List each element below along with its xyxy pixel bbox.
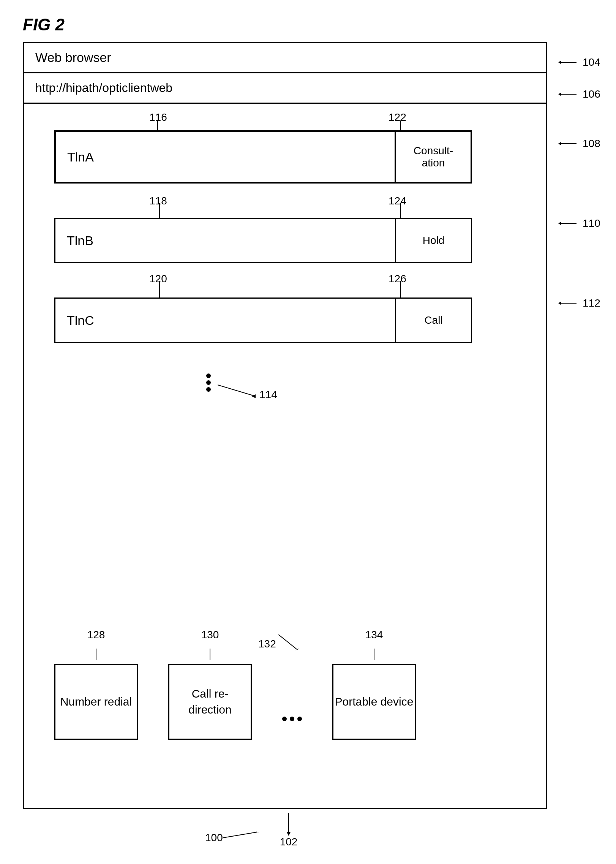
tlnb-main: TlnB	[54, 218, 396, 263]
arrow-112	[558, 297, 580, 309]
arrow-110	[558, 218, 580, 229]
ref-110-area: 110	[558, 217, 600, 229]
ref-120: 120	[149, 273, 167, 285]
tlna-label: TlnA	[67, 150, 94, 165]
ref-132: 132	[258, 638, 276, 650]
arrow-102	[273, 813, 304, 836]
tlnb-block: TlnB Hold	[54, 218, 472, 263]
dots-horizontal	[282, 682, 302, 721]
ref-112-area: 112	[558, 297, 600, 309]
ref-104: 104	[583, 56, 600, 68]
svg-marker-19	[558, 222, 561, 225]
ref-134: 134	[365, 629, 383, 641]
number-redial-label: Number redial	[60, 694, 132, 710]
arrow-104	[558, 57, 580, 68]
call-redirection-label: Call re- direction	[188, 686, 231, 718]
ref-124: 124	[389, 195, 406, 207]
tlnc-label: TlnC	[67, 313, 94, 328]
portable-device-box: Portable device	[332, 664, 416, 740]
svg-marker-21	[558, 301, 561, 305]
tlnc-block: TlnC Call	[54, 297, 472, 343]
ref-126: 126	[389, 273, 406, 285]
ref-110: 110	[583, 217, 600, 229]
line-130	[209, 649, 211, 660]
svg-line-22	[278, 635, 297, 650]
arrow-106	[558, 89, 580, 100]
svg-line-6	[218, 385, 256, 396]
ref-100: 100	[205, 832, 223, 844]
main-diagram-box: Web browser http://hipath/opticlientweb …	[23, 42, 547, 809]
consultation-label: Consult- ation	[414, 145, 453, 169]
svg-marker-15	[558, 92, 561, 96]
ref-102-area: 102	[273, 813, 304, 848]
bottom-function-boxes: 128 Number redial 130 Call	[54, 629, 416, 740]
ref-122: 122	[389, 111, 406, 123]
call-redirection-wrapper: 130 Call re- direction	[168, 629, 252, 740]
tlnc-main: TlnC	[54, 297, 396, 343]
svg-line-26	[223, 832, 257, 838]
url-label: http://hipath/opticlientweb	[35, 81, 172, 95]
ref-108-area: 108	[558, 138, 600, 150]
arrow-100	[223, 828, 272, 847]
ref-100-area: 100	[205, 828, 272, 847]
ref-112: 112	[583, 297, 600, 309]
line-126	[400, 281, 401, 297]
tlnc-action: Call	[396, 297, 472, 343]
line-128	[95, 649, 97, 660]
svg-marker-13	[558, 60, 561, 64]
call-label: Call	[424, 314, 442, 326]
number-redial-wrapper: 128 Number redial	[54, 629, 138, 740]
dots-horizontal-wrapper: 132	[282, 647, 302, 721]
tlna-action: Consult- ation	[396, 130, 472, 184]
ref-118: 118	[149, 195, 167, 207]
ref-104-area: 104	[558, 56, 600, 68]
figure-title: FIG 2	[23, 15, 65, 34]
ref-108: 108	[583, 138, 600, 150]
svg-marker-17	[558, 142, 561, 146]
tlnb-label: TlnB	[67, 233, 93, 248]
ref-132-area: 132	[258, 635, 309, 654]
ref-130: 130	[201, 629, 219, 641]
ref-106-area: 106	[558, 88, 600, 100]
tlnb-action: Hold	[396, 218, 472, 263]
ref-128: 128	[87, 629, 105, 641]
portable-device-wrapper: 134 Portable device	[332, 629, 416, 740]
line-134	[373, 649, 375, 660]
arrow-108	[558, 138, 580, 149]
hold-label: Hold	[423, 234, 445, 247]
line-120	[159, 281, 160, 297]
web-browser-label: Web browser	[35, 50, 111, 65]
page: FIG 2 Web browser http://hipath/opticlie…	[0, 0, 616, 864]
ref-102: 102	[280, 836, 298, 848]
ref-106: 106	[583, 88, 600, 100]
ref-114: 114	[259, 389, 277, 401]
number-redial-box: Number redial	[54, 664, 138, 740]
arrow-132	[278, 635, 309, 654]
svg-marker-25	[287, 832, 291, 836]
portable-device-label: Portable device	[335, 694, 414, 710]
url-row: http://hipath/opticlientweb	[24, 73, 546, 104]
line-116	[157, 120, 158, 131]
call-redirection-box: Call re- direction	[168, 664, 252, 740]
line-118	[159, 203, 160, 218]
line-132-spacer	[291, 667, 293, 679]
web-browser-row: Web browser	[24, 43, 546, 73]
tlna-block: TlnA Consult- ation	[54, 130, 472, 184]
line-124	[400, 203, 401, 218]
tlna-main: TlnA	[54, 130, 396, 184]
line-122	[400, 120, 401, 131]
